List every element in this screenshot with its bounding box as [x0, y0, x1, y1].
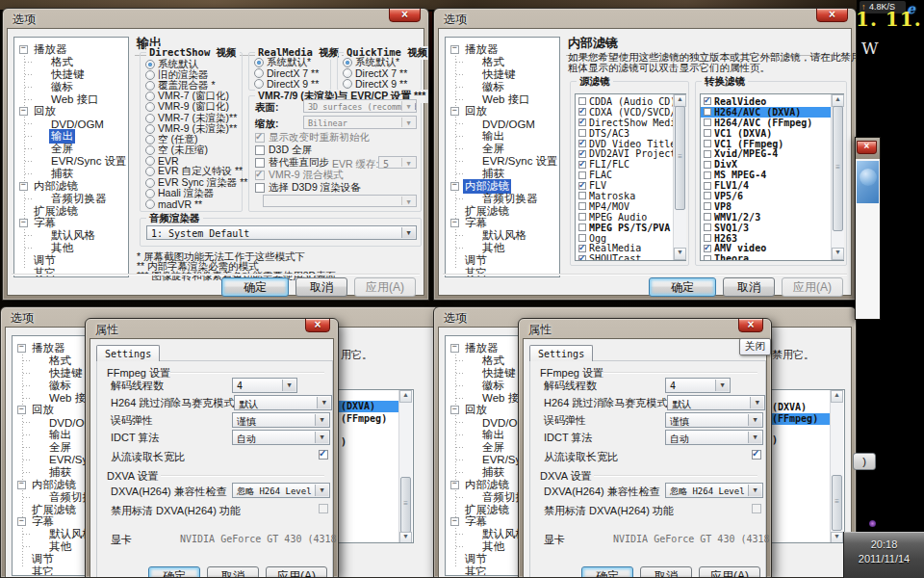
ok-button[interactable]: 确定: [221, 277, 289, 297]
transform-filters-list[interactable]: RealVideo H264/AVC (DXVA) H264/AVC (FFmp…: [700, 93, 844, 261]
titlebar[interactable]: 选项: [434, 9, 856, 28]
filter-item[interactable]: MPEG Audio: [576, 212, 685, 223]
radio-icon[interactable]: [254, 58, 264, 67]
radio-icon[interactable]: [145, 102, 155, 112]
radio-icon[interactable]: [343, 58, 352, 67]
tree-expand-icon[interactable]: [17, 481, 26, 489]
scrollbar-thumb[interactable]: [400, 477, 411, 533]
radio-icon[interactable]: [145, 156, 155, 166]
tree-expand-icon[interactable]: [19, 182, 28, 191]
filter-item[interactable]: (DXVA): [339, 401, 399, 412]
filter-item[interactable]: (FFmpeg): [770, 413, 831, 425]
radio-option[interactable]: 空 (未压缩): [145, 145, 247, 156]
filter-checkbox[interactable]: [578, 140, 586, 147]
button-fragment[interactable]: ): [853, 453, 876, 470]
scrollbar-thumb[interactable]: [833, 106, 843, 231]
filter-checkbox[interactable]: [704, 129, 711, 137]
zoom-dropdown[interactable]: Bilinear: [303, 116, 417, 129]
filter-checkbox[interactable]: [704, 140, 711, 147]
radio-option[interactable]: madVR **: [145, 198, 247, 209]
filter-item[interactable]: VP8: [701, 201, 843, 212]
radio-icon[interactable]: [145, 60, 155, 69]
scrollbar[interactable]: [398, 390, 412, 543]
scrollbar-thumb[interactable]: [675, 106, 685, 210]
titlebar[interactable]: 选项: [3, 9, 428, 28]
filter-item[interactable]: (FFmpeg): [341, 413, 387, 424]
checkbox-option[interactable]: 显示改变时重新初始化: [255, 131, 370, 144]
filter-checkbox[interactable]: [704, 255, 711, 261]
ok-button[interactable]: 确定: [581, 566, 633, 578]
close-icon[interactable]: [305, 318, 330, 332]
filter-item[interactable]: Theora: [701, 253, 843, 261]
close-icon[interactable]: [816, 8, 848, 22]
tab-settings[interactable]: Settings: [96, 345, 160, 361]
filter-item[interactable]: ): [341, 436, 346, 447]
radio-icon[interactable]: [145, 178, 155, 188]
setting-dropdown[interactable]: 自动: [232, 430, 330, 445]
tree-expand-icon[interactable]: [450, 45, 459, 54]
filter-item[interactable]: CDDA (Audio CD): [576, 96, 685, 107]
filter-checkbox[interactable]: [578, 182, 586, 190]
filter-checkbox[interactable]: [578, 245, 586, 252]
setting-dropdown[interactable]: 谨慎: [665, 412, 763, 428]
cancel-button[interactable]: 取消: [640, 566, 692, 578]
close-icon[interactable]: [738, 318, 763, 332]
filter-item[interactable]: DivX: [701, 159, 843, 170]
filter-checkbox[interactable]: [704, 150, 711, 158]
setting-dropdown[interactable]: 4: [232, 378, 297, 393]
radio-option[interactable]: Haali 渲染器: [145, 188, 247, 198]
apply-button[interactable]: 应用(A): [699, 566, 760, 578]
tree-expand-icon[interactable]: [450, 219, 459, 227]
tree-expand-icon[interactable]: [19, 219, 28, 227]
tree-expand-icon[interactable]: [450, 406, 459, 414]
filter-checkbox[interactable]: [704, 108, 711, 116]
radio-icon[interactable]: [145, 145, 155, 155]
aspect-ratio-checkbox[interactable]: [319, 450, 328, 460]
checkbox-option[interactable]: D3D 全屏: [255, 144, 370, 156]
radio-icon[interactable]: [145, 189, 155, 198]
d3d9-device-dropdown[interactable]: [263, 195, 417, 207]
radio-icon[interactable]: [145, 81, 155, 91]
filter-item[interactable]: DVD2AVI Project File: [576, 148, 685, 159]
apply-button[interactable]: 应用(A): [782, 277, 843, 297]
filter-checkbox[interactable]: [578, 202, 586, 210]
scrollbar[interactable]: [831, 94, 844, 260]
filter-checkbox[interactable]: [578, 108, 586, 116]
radio-icon[interactable]: [343, 68, 352, 78]
filter-item[interactable]: RealMedia: [576, 243, 685, 253]
audio-renderer-dropdown[interactable]: 1: System Default: [146, 225, 417, 240]
tree-item[interactable]: 回放: [14, 105, 128, 118]
cancel-button[interactable]: 取消: [207, 566, 259, 578]
scrollbar[interactable]: [673, 94, 686, 260]
tree-expand-icon[interactable]: [17, 517, 26, 526]
radio-icon[interactable]: [145, 199, 155, 209]
filter-item[interactable]: FLAC: [576, 170, 685, 180]
filter-checkbox[interactable]: [704, 171, 711, 179]
disable-sd-checkbox[interactable]: [319, 504, 328, 513]
filter-checkbox[interactable]: [704, 223, 711, 231]
ok-button[interactable]: 确定: [148, 566, 200, 578]
filter-checkbox[interactable]: [704, 182, 711, 190]
tree-item[interactable]: 回放: [446, 105, 559, 118]
scrollbar-thumb[interactable]: [832, 475, 842, 531]
radio-icon[interactable]: [145, 70, 155, 80]
tree-expand-icon[interactable]: [19, 45, 28, 54]
filter-item[interactable]: FLV1/4: [701, 180, 843, 191]
filter-checkbox[interactable]: [578, 192, 586, 199]
filter-checkbox[interactable]: [578, 223, 586, 231]
filter-checkbox[interactable]: [578, 97, 586, 105]
filter-item[interactable]: DTS/AC3: [576, 128, 685, 139]
setting-dropdown[interactable]: 默认: [667, 395, 765, 410]
source-filters-list[interactable]: CDDA (Audio CD) CDXA (VCD/SVCD/XCD) Dire…: [575, 93, 686, 261]
filter-item[interactable]: H264/AVC (FFmpeg): [701, 118, 843, 128]
disable-sd-checkbox[interactable]: [752, 504, 761, 513]
filter-checkbox[interactable]: [578, 213, 586, 221]
filter-item[interactable]: FLI/FLC: [576, 159, 685, 170]
radio-icon[interactable]: [145, 114, 155, 123]
filter-item[interactable]: (DXVA): [772, 402, 807, 412]
tree-expand-icon[interactable]: [19, 107, 28, 116]
titlebar[interactable]: 属性: [86, 319, 338, 338]
radio-icon[interactable]: [343, 79, 352, 89]
titlebar[interactable]: 属性: [519, 319, 771, 338]
close-icon[interactable]: [389, 8, 421, 22]
